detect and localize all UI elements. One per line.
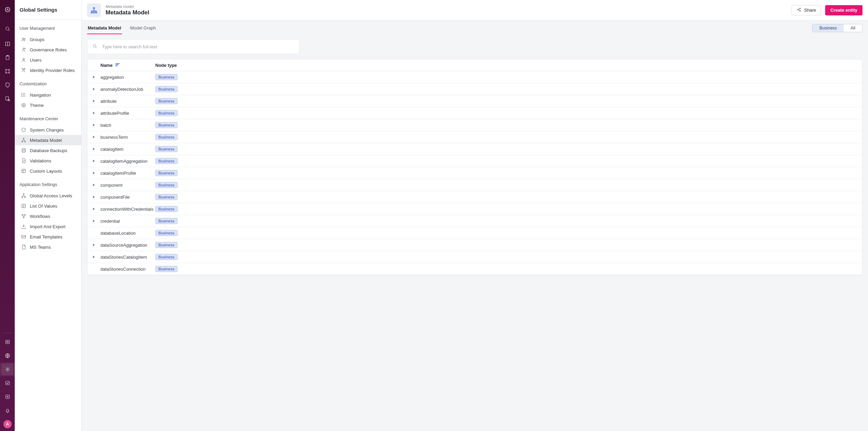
- expand-icon[interactable]: [91, 242, 97, 248]
- rail-book-icon[interactable]: [0, 37, 15, 51]
- table-row[interactable]: catalogItemProfileBusiness: [87, 167, 862, 179]
- sidebar-item-custom-layouts[interactable]: Custom Layouts: [15, 166, 81, 176]
- svg-point-37: [25, 214, 26, 216]
- table-row[interactable]: componentFileBusiness: [87, 191, 862, 203]
- svg-rect-29: [25, 141, 26, 142]
- row-name: attribute: [100, 99, 155, 104]
- sidebar-item-identity-provider-roles[interactable]: Identity Provider Roles: [15, 65, 81, 75]
- palette-icon: [21, 102, 26, 108]
- sidebar-item-import-and-export[interactable]: Import And Export: [15, 221, 81, 232]
- expand-icon[interactable]: [91, 194, 97, 200]
- sidebar-item-validations[interactable]: Validations: [15, 156, 81, 166]
- row-type: Business: [155, 206, 859, 212]
- sidebar-item-label: Validations: [30, 158, 51, 163]
- svg-point-15: [22, 38, 24, 39]
- expand-icon[interactable]: [91, 122, 97, 128]
- expand-icon[interactable]: [91, 74, 97, 80]
- user-avatar[interactable]: A: [3, 420, 12, 428]
- rail-search-doc-icon[interactable]: [0, 92, 15, 106]
- sidebar-item-label: Navigation: [30, 93, 51, 98]
- table-row[interactable]: databaseLocationBusiness: [87, 227, 862, 239]
- sidebar-item-list-of-values[interactable]: List Of Values: [15, 201, 81, 211]
- table-row[interactable]: dataStoriesCatalogItemBusiness: [87, 251, 862, 263]
- node-type-badge: Business: [155, 158, 178, 164]
- table-row[interactable]: connectionWithCredentialsBusiness: [87, 203, 862, 215]
- expand-icon[interactable]: [91, 98, 97, 104]
- table-row[interactable]: aggregationBusiness: [87, 71, 862, 83]
- share-button[interactable]: Share: [792, 5, 821, 15]
- svg-point-38: [23, 217, 24, 218]
- table-row[interactable]: businessTermBusiness: [87, 131, 862, 143]
- table-row[interactable]: catalogItemAggregationBusiness: [87, 155, 862, 167]
- row-type: Business: [155, 266, 859, 272]
- sidebar-item-users[interactable]: Users: [15, 55, 81, 65]
- sidebar-item-governance-roles[interactable]: Governance Roles: [15, 45, 81, 55]
- tabs-row: Metadata ModelModel Graph BusinessAll: [82, 21, 868, 34]
- expand-icon[interactable]: [91, 110, 97, 116]
- filter-all[interactable]: All: [844, 24, 862, 32]
- main-panel: Metadata model Metadata Model Share Crea…: [82, 0, 868, 431]
- rail-graph-icon[interactable]: [0, 64, 15, 78]
- tab-model-graph[interactable]: Model Graph: [130, 22, 157, 34]
- expand-icon[interactable]: [91, 254, 97, 260]
- table-row[interactable]: batchBusiness: [87, 119, 862, 131]
- rail-add-icon[interactable]: [0, 390, 15, 404]
- rail-check-icon[interactable]: [0, 376, 15, 390]
- row-name: anomalyDetectionJob: [100, 87, 155, 92]
- expand-icon[interactable]: [91, 134, 97, 140]
- expand-icon[interactable]: [91, 86, 97, 92]
- sidebar-item-global-access-levels[interactable]: Global Access Levels: [15, 190, 81, 201]
- sidebar-item-workflows[interactable]: Workflows: [15, 211, 81, 221]
- rail-search-icon[interactable]: [0, 22, 15, 36]
- table-row[interactable]: anomalyDetectionJobBusiness: [87, 83, 862, 95]
- brand-logo[interactable]: [0, 3, 15, 16]
- svg-point-12: [7, 369, 8, 370]
- svg-point-23: [22, 95, 22, 95]
- rail-settings-icon[interactable]: [0, 362, 15, 376]
- expand-icon[interactable]: [91, 158, 97, 164]
- svg-rect-27: [23, 138, 24, 139]
- sidebar-item-ms-teams[interactable]: MS Teams: [15, 242, 81, 252]
- rail-shield-icon[interactable]: [0, 78, 15, 92]
- sidebar-item-navigation[interactable]: Navigation: [15, 90, 81, 100]
- create-entity-button[interactable]: Create entity: [825, 5, 863, 15]
- expand-icon[interactable]: [91, 146, 97, 152]
- expand-icon[interactable]: [91, 206, 97, 212]
- expand-icon[interactable]: [91, 218, 97, 224]
- rail-clipboard-icon[interactable]: [0, 51, 15, 64]
- sidebar-item-theme[interactable]: Theme: [15, 100, 81, 110]
- sync-icon: [21, 127, 26, 133]
- search-icon: [92, 44, 97, 50]
- sidebar-item-groups[interactable]: Groups: [15, 34, 81, 45]
- section-title: Application Settings: [15, 176, 81, 190]
- sidebar-item-label: Governance Roles: [30, 47, 67, 52]
- row-name: catalogItemProfile: [100, 171, 155, 176]
- table-row[interactable]: catalogItemBusiness: [87, 143, 862, 155]
- th-name[interactable]: Name: [100, 63, 155, 68]
- search-input[interactable]: [101, 44, 294, 50]
- table-row[interactable]: attributeBusiness: [87, 95, 862, 107]
- svg-point-16: [24, 38, 25, 39]
- table-row[interactable]: attributeProfileBusiness: [87, 107, 862, 119]
- rail-globe-icon[interactable]: [0, 349, 15, 362]
- filter-business[interactable]: Business: [812, 24, 844, 32]
- tab-metadata-model[interactable]: Metadata Model: [87, 22, 122, 34]
- sidebar-item-database-backups[interactable]: Database Backups: [15, 145, 81, 156]
- sidebar-item-email-templates[interactable]: Email Templates: [15, 232, 81, 242]
- sidebar-item-metadata-model[interactable]: Metadata Model: [15, 135, 81, 145]
- sidebar-item-label: Email Templates: [30, 234, 62, 239]
- node-type-badge: Business: [155, 122, 178, 128]
- table-row[interactable]: dataSourceAggregationBusiness: [87, 239, 862, 251]
- table-row[interactable]: dataStoriesConnectionBusiness: [87, 263, 862, 275]
- table-row[interactable]: credentialBusiness: [87, 215, 862, 227]
- th-type[interactable]: Node type: [155, 63, 859, 68]
- expand-icon[interactable]: [91, 170, 97, 176]
- row-type: Business: [155, 218, 859, 224]
- rail-bell-icon[interactable]: [0, 404, 15, 417]
- expand-icon[interactable]: [91, 182, 97, 188]
- rail-list-icon[interactable]: [0, 335, 15, 349]
- node-type-badge: Business: [155, 146, 178, 152]
- sidebar-item-system-changes[interactable]: System Changes: [15, 125, 81, 135]
- table-row[interactable]: componentBusiness: [87, 179, 862, 191]
- settings-title: Global Settings: [15, 0, 81, 20]
